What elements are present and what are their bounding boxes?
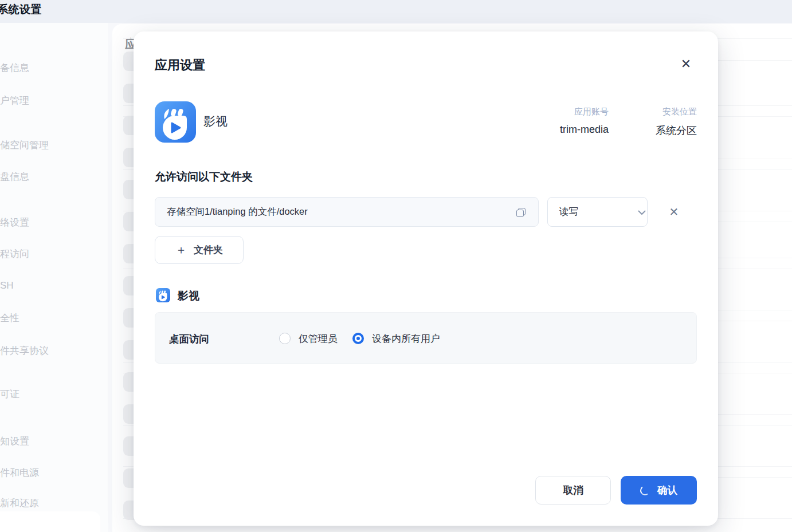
folders-section-heading: 允许访问以下文件夹 xyxy=(155,170,253,184)
radio-label: 设备内所有用户 xyxy=(372,332,440,345)
app-name: 影视 xyxy=(203,113,228,129)
confirm-button[interactable]: 确认 xyxy=(621,476,697,505)
modal-title: 应用设置 xyxy=(155,57,205,74)
radio-unselected-icon[interactable] xyxy=(279,333,291,344)
install-location-value: 系统分区 xyxy=(605,124,697,137)
desktop-access-label: 桌面访问 xyxy=(169,332,209,346)
app-icon-small xyxy=(156,288,170,302)
loading-spinner-icon xyxy=(640,484,650,495)
folder-path-field[interactable]: 存储空间1/tianping 的文件/docker xyxy=(155,197,539,227)
copy-icon[interactable] xyxy=(516,208,526,217)
app-icon xyxy=(155,101,196,143)
confirm-label: 确认 xyxy=(657,483,677,497)
desktop-access-options: 仅管理员 设备内所有用户 xyxy=(279,313,680,364)
window-title: 系统设置 xyxy=(0,2,42,17)
permission-value: 读写 xyxy=(559,206,578,218)
install-location-label: 安装位置 xyxy=(605,107,697,117)
remove-folder-icon[interactable]: ✕ xyxy=(665,203,683,220)
radio-selected-icon[interactable] xyxy=(352,333,364,344)
cancel-button[interactable]: 取消 xyxy=(535,476,611,505)
add-folder-label: 文件夹 xyxy=(194,243,223,257)
radio-label: 仅管理员 xyxy=(299,332,338,345)
folder-path-value: 存储空间1/tianping 的文件/docker xyxy=(167,206,308,218)
app-settings-modal: 应用设置 ✕ 影视 应用账号 trim-media 安装位置 系统分区 允许访问… xyxy=(134,31,718,526)
radio-option-admin-only[interactable]: 仅管理员 xyxy=(279,332,338,345)
add-folder-button[interactable]: ＋ 文件夹 xyxy=(155,236,244,264)
app-account-label: 应用账号 xyxy=(494,107,609,117)
app-account-value: trim-media xyxy=(494,124,609,136)
close-icon[interactable]: ✕ xyxy=(677,56,695,73)
top-bar: 系统设置 xyxy=(0,0,792,23)
app-name-small: 影视 xyxy=(178,289,199,304)
desktop-access-panel: 桌面访问 仅管理员 设备内所有用户 xyxy=(155,312,697,364)
plus-icon: ＋ xyxy=(175,242,187,258)
permission-select[interactable]: 读写 xyxy=(547,197,648,227)
cancel-label: 取消 xyxy=(563,483,583,497)
radio-option-all-users[interactable]: 设备内所有用户 xyxy=(352,332,440,345)
